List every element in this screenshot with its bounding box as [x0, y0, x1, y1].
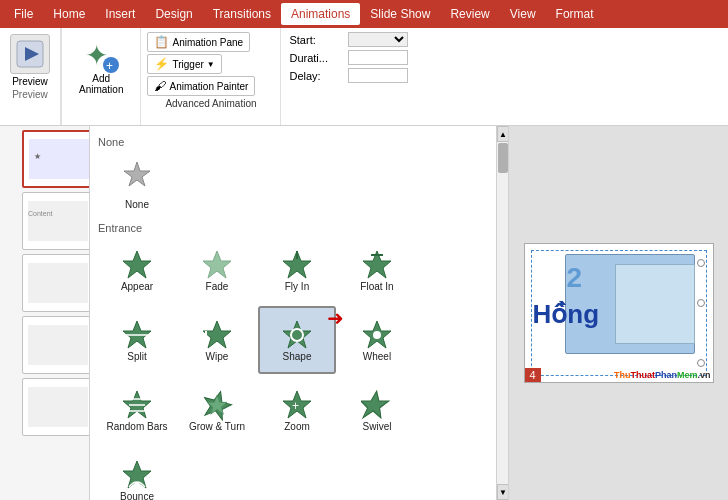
fade-icon: [201, 249, 233, 281]
slide-number-badge: 4: [525, 368, 541, 382]
preview-button[interactable]: [10, 34, 50, 74]
anim-appear[interactable]: Appear: [98, 236, 176, 304]
watermark: ThuThuatPhanMem.vn: [614, 370, 711, 380]
randombars-icon: [121, 389, 153, 421]
trigger-button[interactable]: ⚡ Trigger ▼: [147, 54, 221, 74]
anim-bounce[interactable]: Bounce: [98, 446, 176, 500]
right-panel: 2 Hồng 4 ThuThuatPhanMem.vn: [508, 126, 728, 500]
animation-grid-container: None None Entrance: [90, 126, 496, 500]
slide-2-wrapper: 2 Content: [22, 192, 85, 250]
anim-fade[interactable]: Fade: [178, 236, 256, 304]
scroll-track[interactable]: [497, 142, 508, 484]
appear-label: Appear: [121, 281, 153, 292]
slide-1-thumb[interactable]: ★: [22, 130, 90, 188]
timing-section: Start: Durati... Delay:: [281, 28, 416, 125]
svg-marker-18: [123, 251, 151, 278]
animation-painter-button[interactable]: 🖌 Animation Painter: [147, 76, 255, 96]
animation-pane-button[interactable]: 📋 Animation Pane: [147, 32, 250, 52]
ribbon: Preview Preview ✦ + Add Animation 📋 Anim…: [0, 28, 728, 126]
menu-transitions[interactable]: Transitions: [203, 3, 281, 25]
growturn-icon: [201, 389, 233, 421]
start-label: Start:: [289, 34, 344, 46]
advanced-animation-section: 📋 Animation Pane ⚡ Trigger ▼ 🖌 Animation…: [141, 28, 281, 125]
anim-growturn[interactable]: Grow & Turn: [178, 376, 256, 444]
svg-marker-28: [283, 321, 311, 348]
add-animation-section: ✦ + Add Animation: [62, 28, 141, 125]
anim-wheel[interactable]: Wheel: [338, 306, 416, 374]
slide-canvas: 2 Hồng 4 ThuThuatPhanMem.vn: [524, 243, 714, 383]
wm-thuat: Thuat: [630, 370, 655, 380]
anim-none[interactable]: None: [98, 150, 176, 218]
start-select[interactable]: [348, 32, 408, 47]
menu-insert[interactable]: Insert: [95, 3, 145, 25]
wm-domain: .vn: [697, 370, 710, 380]
advanced-animation-label: Advanced Animation: [147, 98, 274, 109]
wheel-label: Wheel: [363, 351, 391, 362]
anim-floatin[interactable]: Float In: [338, 236, 416, 304]
slide-5-thumb[interactable]: [22, 378, 90, 436]
floatin-label: Float In: [360, 281, 393, 292]
svg-rect-9: [28, 201, 88, 241]
slide-4-thumb[interactable]: [22, 316, 90, 374]
anim-randombars[interactable]: Random Bars: [98, 376, 176, 444]
svg-marker-17: [124, 162, 150, 186]
duration-input[interactable]: [348, 50, 408, 65]
svg-text:★: ★: [34, 152, 41, 161]
none-section-label: None: [98, 136, 488, 148]
wm-phan: Phan: [655, 370, 677, 380]
slide-2-thumb[interactable]: Content: [22, 192, 90, 250]
scrollbar: ▲ ▼: [496, 126, 508, 500]
flyin-icon: [281, 249, 313, 281]
none-label: None: [125, 199, 149, 210]
anim-shape[interactable]: Shape ➜: [258, 306, 336, 374]
split-icon: [121, 319, 153, 351]
bounce-label: Bounce: [120, 491, 154, 501]
svg-point-31: [373, 331, 381, 339]
wipe-icon: [201, 319, 233, 351]
ribbon-preview-section: Preview Preview: [0, 28, 60, 125]
scroll-thumb[interactable]: [498, 143, 508, 173]
svg-text:+: +: [292, 399, 299, 413]
animation-painter-label: Animation Painter: [169, 81, 248, 92]
anim-wipe[interactable]: Wipe: [178, 306, 256, 374]
scroll-up-button[interactable]: ▲: [497, 126, 508, 142]
selection-arrow: ➜: [327, 306, 344, 330]
add-animation-button[interactable]: ✦ + Add Animation: [70, 34, 132, 98]
growturn-label: Grow & Turn: [189, 421, 245, 432]
scroll-down-button[interactable]: ▼: [497, 484, 508, 500]
menu-review[interactable]: Review: [440, 3, 499, 25]
svg-rect-16: [28, 387, 88, 427]
slide-3-thumb[interactable]: [22, 254, 90, 312]
floatin-icon: [361, 249, 393, 281]
menu-design[interactable]: Design: [145, 3, 202, 25]
menu-animations[interactable]: Animations: [281, 3, 360, 25]
menu-bar: File Home Insert Design Transitions Anim…: [0, 0, 728, 28]
zoom-icon: +: [281, 389, 313, 421]
delay-label: Delay:: [289, 70, 344, 82]
svg-marker-40: [361, 391, 391, 418]
randombars-label: Random Bars: [106, 421, 167, 432]
anim-swivel[interactable]: Swivel: [338, 376, 416, 444]
anim-flyin[interactable]: Fly In: [258, 236, 336, 304]
shape-icon: [281, 319, 313, 351]
anim-zoom[interactable]: + Zoom: [258, 376, 336, 444]
menu-view[interactable]: View: [500, 3, 546, 25]
wm-mem: Mem: [677, 370, 698, 380]
menu-home[interactable]: Home: [43, 3, 95, 25]
anim-split[interactable]: Split: [98, 306, 176, 374]
entrance-section-label: Entrance: [98, 222, 488, 234]
bounce-icon: [121, 459, 153, 491]
duration-label: Durati...: [289, 52, 344, 64]
svg-rect-12: [28, 263, 88, 303]
none-icon: [121, 158, 153, 197]
menu-format[interactable]: Format: [546, 3, 604, 25]
add-animation-label: Add: [92, 73, 110, 84]
animation-area: None None Entrance: [90, 126, 508, 500]
delay-input[interactable]: [348, 68, 408, 83]
svg-marker-26: [203, 321, 231, 348]
slide-1-wrapper: 1 ★: [22, 130, 85, 188]
add-animation-sublabel: Animation: [79, 84, 123, 95]
split-label: Split: [127, 351, 146, 362]
menu-slideshow[interactable]: Slide Show: [360, 3, 440, 25]
menu-file[interactable]: File: [4, 3, 43, 25]
